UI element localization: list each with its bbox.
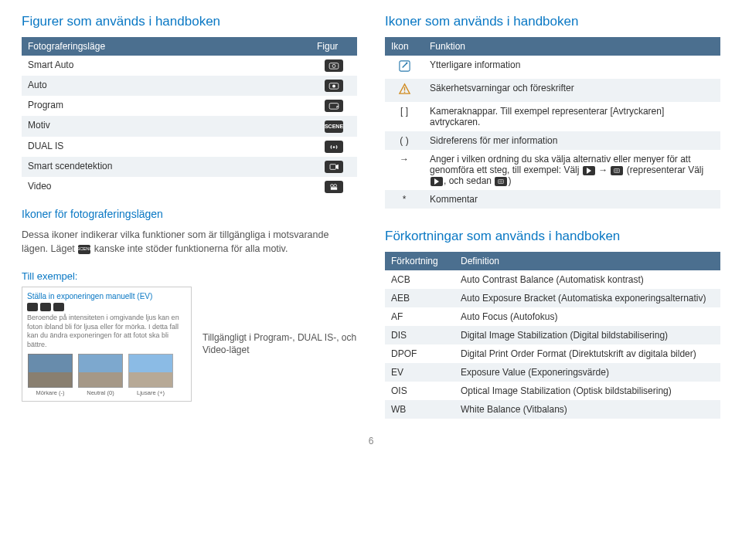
func-cell: Anger i vilken ordning du ska välja alte… [424, 150, 720, 190]
arrow-icon: → [385, 150, 424, 190]
abbr: AF [385, 307, 454, 326]
abbr: DIS [385, 326, 454, 344]
abbr: EV [385, 363, 454, 382]
mode-cell: Program [22, 96, 311, 116]
svg-rect-15 [614, 168, 620, 172]
asterisk-icon: * [385, 190, 424, 209]
svg-point-8 [331, 184, 334, 187]
thumb-cap: Mörkare (-) [36, 389, 64, 396]
func-cell: Säkerhetsvarningar och föreskrifter [424, 79, 720, 102]
example-box: Ställa in exponeringen manuellt (EV) Ber… [22, 287, 192, 402]
th-mode: Fotograferingsläge [22, 37, 311, 56]
mode-cell: Video [22, 177, 311, 197]
mode-cell: DUAL IS [22, 137, 311, 157]
keyboard-icon [611, 166, 623, 175]
def: Auto Focus (Autofokus) [454, 307, 720, 326]
mode-cell: Smart scendetektion [22, 157, 311, 177]
scene-icon-inline: SCENE [78, 245, 90, 254]
play-icon [583, 166, 595, 175]
func-cell: Kameraknappar. Till exempel representera… [424, 102, 720, 131]
scene-icon: SCENE [325, 120, 343, 133]
svg-rect-7 [330, 164, 336, 169]
th-def: Definition [454, 252, 720, 270]
def: Digital Print Order Format (Direktutskri… [454, 344, 720, 363]
abbr: DPOF [385, 344, 454, 363]
abbr: WB [385, 400, 454, 419]
def: Digital Image Stabilization (Digital bil… [454, 326, 720, 344]
bracket-icon: [ ] [385, 102, 424, 131]
mode-cell: Motiv [22, 116, 311, 137]
example-body: Beroende på intensiteten i omgivande lju… [27, 314, 186, 350]
svg-point-12 [406, 63, 407, 64]
smart-auto-icon [325, 59, 343, 72]
icon-function-table: Ikon Funktion Ytterligare information Sä… [385, 37, 720, 209]
note-icon [398, 59, 411, 73]
page-number: 6 [22, 436, 720, 446]
def: Auto Exposure Bracket (Automatiska expon… [454, 289, 720, 307]
abbrev-table: Förkortning Definition ACBAuto Contrast … [385, 252, 720, 419]
th-function: Funktion [424, 37, 720, 56]
svg-rect-0 [329, 63, 339, 70]
left-heading: Figurer som används i handboken [22, 14, 357, 29]
thumb-cap: Ljusare (+) [137, 389, 165, 396]
def: Auto Contrast Balance (Automatisk kontra… [454, 270, 720, 289]
warn-icon [398, 83, 411, 96]
program-icon-small [27, 303, 38, 311]
play-icon [431, 177, 443, 186]
thumb-neutral [78, 354, 123, 388]
example-label: Till exempel: [22, 270, 357, 282]
th-figure: Figur [311, 37, 357, 56]
auto-icon [325, 80, 343, 92]
svg-point-1 [332, 64, 335, 67]
abbr: ACB [385, 270, 454, 289]
svg-rect-18 [499, 179, 504, 183]
right-heading2: Förkortningar som används i handboken [385, 229, 720, 244]
thumb-lighter [128, 354, 173, 388]
th-abbrev: Förkortning [385, 252, 454, 270]
svg-point-14 [403, 91, 405, 93]
dual-is-icon [325, 141, 343, 153]
def: Exposure Value (Exponeringsvärde) [454, 363, 720, 382]
def: Optical Image Stabilization (Optisk bild… [454, 382, 720, 400]
example-note: Tillgängligt i Program-, DUAL IS-, och V… [203, 331, 357, 358]
func-cell: Sidreferens för mer information [424, 131, 720, 150]
th-icon: Ikon [385, 37, 424, 56]
func-cell: Ytterligare information [424, 56, 720, 79]
mode-figure-table: Fotograferingsläge Figur Smart Auto Auto… [22, 37, 357, 197]
mode-cell: Smart Auto [22, 56, 311, 76]
para-modes: Dessa ikoner indikerar vilka funktioner … [22, 228, 357, 257]
subheading-modes: Ikoner för fotograferingslägen [22, 208, 357, 220]
keyboard-icon [495, 177, 507, 186]
svg-text:P: P [336, 105, 339, 109]
svg-rect-10 [331, 187, 337, 189]
def: White Balance (Vitbalans) [454, 400, 720, 419]
paren-icon: ( ) [385, 131, 424, 150]
abbr: AEB [385, 289, 454, 307]
right-heading: Ikoner som används i handboken [385, 14, 720, 29]
example-title: Ställa in exponeringen manuellt (EV) [27, 292, 186, 300]
svg-point-9 [334, 184, 337, 187]
thumb-darker [28, 354, 73, 388]
video-icon-small [53, 303, 64, 311]
program-icon: P [325, 100, 343, 112]
svg-point-3 [332, 84, 335, 87]
smart-scene-icon [325, 161, 343, 173]
func-cell: Kommentar [424, 190, 720, 209]
video-icon [325, 181, 343, 193]
dual-is-icon-small [40, 303, 51, 311]
svg-point-6 [333, 146, 335, 148]
thumb-cap: Neutral (0) [87, 389, 114, 396]
abbr: OIS [385, 382, 454, 400]
mode-cell: Auto [22, 76, 311, 96]
